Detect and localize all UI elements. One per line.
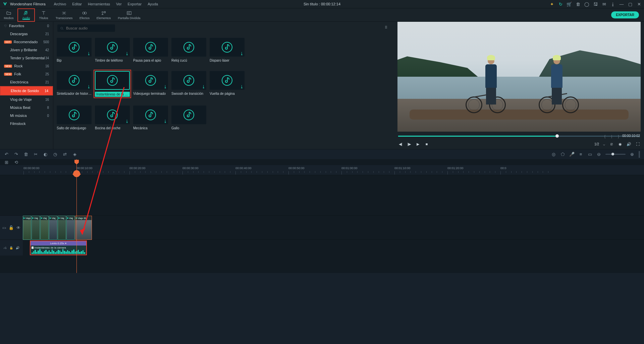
audio-item[interactable]: ⭳Videojuego terminado: [133, 71, 168, 97]
keyframe-button[interactable]: ◈: [72, 152, 77, 157]
preview-video[interactable]: [397, 22, 641, 132]
tab-medios[interactable]: Medios: [0, 8, 17, 22]
crop-button[interactable]: ◐: [43, 152, 48, 157]
audio-item[interactable]: ⭳Bip: [57, 38, 92, 62]
mic-icon[interactable]: 🎤: [569, 152, 574, 157]
marker3-icon[interactable]: ▭: [587, 152, 592, 157]
tab-transiciones[interactable]: Transiciones: [52, 8, 76, 22]
mixer-icon[interactable]: ≡: [578, 152, 583, 157]
sidebar-item-electronica[interactable]: Electrónica 21: [0, 78, 53, 86]
audio-item[interactable]: Pausa para el apio: [133, 38, 168, 62]
chevron-down-icon[interactable]: ⌵: [603, 142, 605, 146]
tab-audio[interactable]: Audio: [17, 8, 35, 22]
sidebar-item-efecto-sonido[interactable]: Efecto de Sonido 14: [1, 87, 52, 95]
tab-pantalla-dividida[interactable]: Pantalla Dividida: [114, 8, 144, 22]
menu-herramientas[interactable]: Herramientas: [88, 2, 110, 6]
menu-exportar[interactable]: Exportar: [128, 2, 142, 6]
audio-item[interactable]: Salto de videojuego: [57, 106, 92, 130]
audio-item[interactable]: ⭳Sintetizador de histor…: [57, 71, 92, 97]
timeline-clip[interactable]: ▶Viaj: [40, 216, 49, 240]
save-icon[interactable]: 🖫: [593, 2, 598, 6]
export-button[interactable]: EXPORTAR: [611, 11, 639, 18]
minimize-icon[interactable]: —: [619, 2, 624, 6]
timeline-ruler[interactable]: 00:00:00:0000:00:10:0000:00:20:0000:00:3…: [0, 165, 644, 175]
timeline-clip[interactable]: ▶Viaje 06: [75, 216, 92, 240]
sidebar-item-rock[interactable]: NewRock 16: [0, 62, 53, 70]
timeline-clip[interactable]: ▶Viaj: [66, 216, 75, 240]
speed-button[interactable]: ◷: [53, 152, 58, 157]
download-icon[interactable]: ⭳: [125, 51, 129, 56]
preview-scrubber[interactable]: { | } 00:00:10:02: [398, 134, 640, 139]
tab-elementos[interactable]: Elementos: [93, 8, 114, 22]
tab-titulos[interactable]: Títulos: [35, 8, 52, 22]
marker2-icon[interactable]: ⬠: [560, 152, 565, 157]
eye-icon[interactable]: 👁: [16, 225, 20, 230]
menu-ver[interactable]: Ver: [116, 2, 122, 6]
cart-icon[interactable]: 🛒: [567, 2, 572, 6]
search-input[interactable]: [57, 24, 115, 32]
volume-icon[interactable]: 🔊: [627, 142, 631, 146]
menu-archivo[interactable]: Archivo: [54, 2, 66, 6]
download-icon[interactable]: ⭳: [163, 119, 167, 124]
download-icon[interactable]: ⭳: [240, 84, 244, 89]
sidebar-item-folk[interactable]: NewFolk 25: [0, 70, 53, 78]
marker1-icon[interactable]: ◎: [551, 152, 556, 157]
sidebar-item-musica-beat[interactable]: Música Beat 8: [0, 104, 53, 112]
mute-icon[interactable]: 🔊: [16, 246, 19, 250]
sidebar-item-descargas[interactable]: Descargas 21: [0, 30, 53, 38]
sidebar-item-mi-musica[interactable]: Mi música 0: [0, 112, 53, 120]
stop-button[interactable]: ■: [424, 142, 429, 146]
audio-clip[interactable]: Lento 0.25x▾ ♪Instantáneas de la cámara: [30, 240, 87, 255]
download-icon[interactable]: ⭳: [87, 51, 91, 56]
playhead-scissors-icon[interactable]: [73, 170, 80, 177]
split-button[interactable]: ✂: [33, 152, 38, 157]
snapshot-icon[interactable]: ◉: [618, 142, 623, 146]
prev-frame-button[interactable]: ◀|: [398, 142, 403, 146]
download-icon[interactable]: ⭳: [163, 84, 167, 89]
audio-item[interactable]: Gallo: [171, 106, 206, 130]
audio-item[interactable]: ⭳Bocina del coche: [95, 106, 130, 130]
download-icon[interactable]: ⭳: [240, 51, 244, 56]
audio-item[interactable]: ⭳Mecánica: [133, 106, 168, 130]
audio-item[interactable]: ⭳Vuelta de página: [210, 71, 245, 97]
audio-track[interactable]: ♪1 🔓 🔊 Lento 0.25x▾ ♪Instantáneas de la …: [0, 239, 644, 256]
display-icon[interactable]: ⎚: [609, 142, 614, 146]
menu-editar[interactable]: Editar: [72, 2, 82, 6]
sidebar-item-favoritos[interactable]: ♡Favoritos 0: [0, 22, 53, 30]
audio-item[interactable]: ⭳Timbre de teléfono: [95, 38, 130, 62]
sidebar-item-vlog[interactable]: Vlog de Viaje 16: [0, 95, 53, 104]
delete-button[interactable]: 🗑: [23, 152, 29, 157]
audio-item[interactable]: Instantáneas de la cá…: [95, 71, 130, 97]
download-icon[interactable]: ⭳: [202, 84, 206, 89]
play-button[interactable]: ▶: [416, 142, 420, 146]
timeline-clip[interactable]: ▶Viaj: [32, 216, 40, 240]
zoom-slider[interactable]: [605, 154, 626, 155]
next-frame-button[interactable]: |▶: [407, 142, 412, 146]
sidebar-item-tender[interactable]: Tender y Sentimental 34: [0, 54, 53, 62]
sidebar-item-filmstock[interactable]: Filmstock: [0, 120, 53, 128]
zoom-out-button[interactable]: ⊖: [596, 152, 601, 157]
audio-item[interactable]: ⭳Swoosh de transición: [171, 71, 206, 97]
lightbulb-icon[interactable]: ✦: [549, 2, 554, 6]
audio-item[interactable]: Reloj cucú: [171, 38, 206, 62]
sidebar-item-recomendado[interactable]: HOTRecomendado 500: [0, 38, 53, 46]
lock-icon[interactable]: 🔓: [9, 246, 13, 250]
sidebar-item-joven[interactable]: Jóven y Brillante 42: [0, 46, 53, 54]
timeline-clip[interactable]: ▶Viaj: [58, 216, 66, 240]
refresh-icon[interactable]: ↻: [558, 2, 563, 6]
tab-efectos[interactable]: Efectos: [76, 8, 93, 22]
menu-ayuda[interactable]: Ayuda: [148, 2, 158, 6]
download-icon[interactable]: ⭳: [87, 84, 91, 89]
grid-view-icon[interactable]: ⠿: [385, 25, 390, 31]
fullscreen-icon[interactable]: ⛶: [635, 142, 640, 146]
undo-button[interactable]: ↶: [4, 152, 9, 157]
close-icon[interactable]: ✕: [637, 2, 641, 6]
playhead[interactable]: [76, 159, 77, 273]
zoom-ratio[interactable]: 1/2: [594, 142, 599, 146]
download-icon[interactable]: ⭳: [610, 2, 615, 6]
adjust-button[interactable]: ⇄: [62, 152, 67, 157]
download-icon[interactable]: ⭳: [125, 119, 129, 124]
gift-icon[interactable]: 🗑: [576, 2, 580, 6]
timeline-clip[interactable]: ▶Viaje: [23, 216, 31, 240]
user-icon[interactable]: ◯: [584, 2, 589, 6]
